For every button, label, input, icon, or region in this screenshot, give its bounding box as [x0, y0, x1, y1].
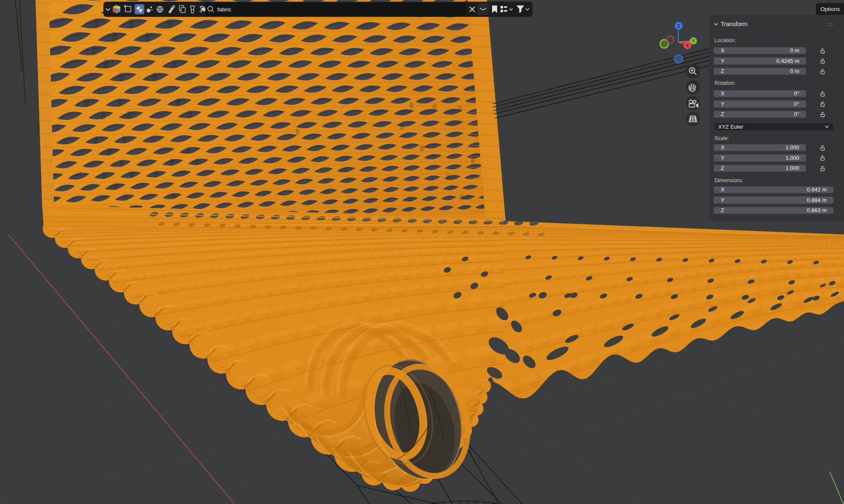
svg-text:Z: Z [677, 24, 680, 29]
svg-text:X: X [686, 43, 689, 48]
svg-text:Y: Y [692, 39, 695, 43]
svg-text:fabric: fabric [217, 6, 231, 13]
